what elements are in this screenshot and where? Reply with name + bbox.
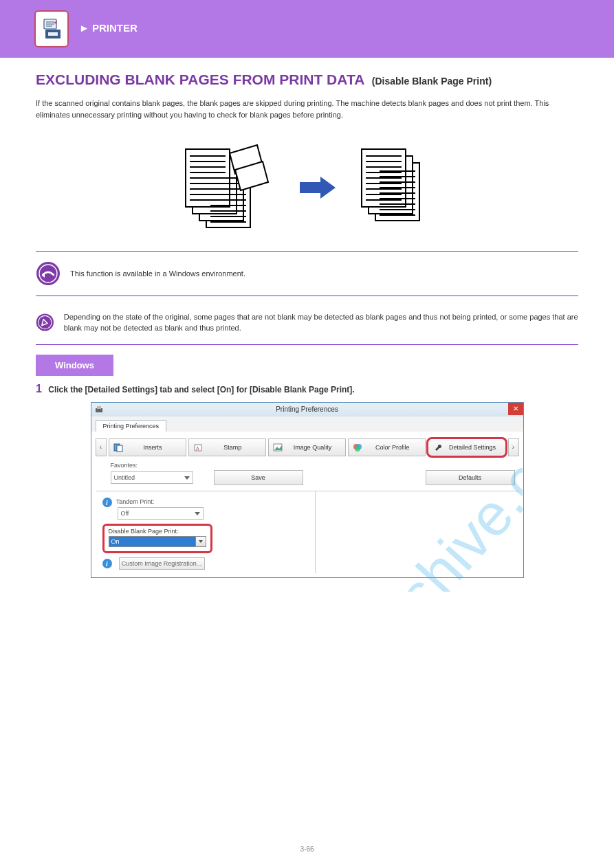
- close-button[interactable]: ✕: [508, 403, 523, 415]
- inserts-icon: [113, 443, 123, 452]
- color-profile-icon: [353, 443, 362, 452]
- note-detection-caveat: Depending on the state of the original, …: [36, 300, 578, 345]
- tab-image-quality[interactable]: Image Quality: [268, 438, 346, 456]
- pages-no-blanks-icon: [358, 146, 433, 229]
- printer-section-icon: [34, 10, 69, 47]
- stamp-icon: A: [193, 443, 203, 452]
- tandem-print-row: i Tandem Print:: [102, 498, 308, 507]
- custom-image-reg-button[interactable]: Custom Image Registration...: [119, 557, 205, 570]
- disable-blank-highlight: Disable Blank Page Print: On: [102, 524, 212, 553]
- tab-stamp[interactable]: A Stamp: [188, 438, 266, 456]
- tab-inserts[interactable]: Inserts: [109, 438, 186, 456]
- pages-with-blanks-icon: [182, 140, 278, 236]
- info-icon: i: [102, 559, 112, 568]
- info-icon: i: [102, 498, 112, 507]
- svg-rect-58: [97, 406, 101, 409]
- tab-detailed-settings[interactable]: Detailed Settings: [428, 438, 505, 456]
- defaults-button[interactable]: Defaults: [426, 470, 515, 485]
- preferences-tab[interactable]: Printing Preferences: [96, 420, 167, 432]
- tabs-next-button[interactable]: ›: [508, 438, 519, 456]
- svg-marker-30: [300, 177, 336, 199]
- tabs-prev-button[interactable]: ‹: [96, 438, 107, 456]
- restriction-icon: [36, 261, 61, 286]
- note-windows-only: This function is available in a Windows …: [36, 251, 578, 296]
- dialog-titlebar: Printing Preferences ✕: [91, 403, 523, 416]
- intro-text: If the scanned original contains blank p…: [36, 98, 578, 120]
- svg-rect-60: [117, 445, 122, 452]
- svg-point-55: [36, 313, 54, 331]
- concept-diagram: [36, 140, 578, 236]
- svg-point-67: [355, 446, 360, 452]
- favorites-label: Favorites:: [96, 459, 519, 469]
- section-title: EXCLUDING BLANK PAGES FROM PRINT DATA (D…: [36, 71, 578, 88]
- image-quality-icon: [273, 443, 283, 452]
- environment-badge: Windows: [36, 355, 113, 376]
- tandem-print-dropdown[interactable]: Off: [118, 507, 204, 520]
- save-button[interactable]: Save: [214, 470, 303, 485]
- disable-blank-dropdown[interactable]: On: [109, 536, 206, 547]
- printing-preferences-dialog: Printing Preferences ✕ Printing Preferen…: [91, 402, 524, 578]
- tab-color-profile[interactable]: Color Profile: [348, 438, 426, 456]
- arrow-right-icon: [297, 174, 338, 201]
- svg-point-52: [36, 262, 60, 285]
- step-text: Click the [Detailed Settings] tab and se…: [48, 385, 354, 394]
- section-label: ► PRINTER: [79, 22, 138, 34]
- note-icon: [36, 310, 54, 335]
- disable-blank-label: Disable Blank Page Print:: [109, 528, 206, 535]
- printer-icon: [94, 405, 104, 414]
- svg-text:A: A: [196, 446, 199, 451]
- wrench-icon: [432, 443, 442, 452]
- step-number: 1: [36, 383, 42, 394]
- step-instruction: 1 Click the [Detailed Settings] tab and …: [36, 383, 578, 395]
- svg-rect-5: [48, 32, 58, 36]
- favorites-dropdown[interactable]: Untitled: [111, 471, 193, 484]
- header-banner: ► PRINTER: [0, 0, 614, 58]
